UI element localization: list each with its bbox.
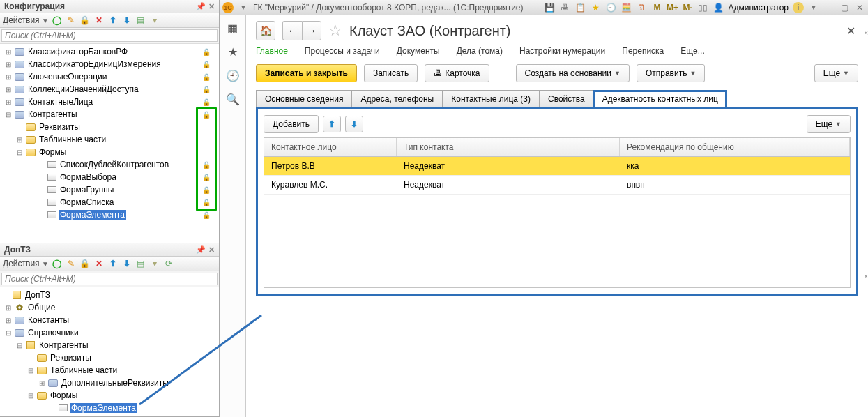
up-icon[interactable]: ⬆ xyxy=(107,258,119,269)
tree-root[interactable]: ДопТЗ xyxy=(24,290,52,300)
config-search[interactable] xyxy=(1,29,218,42)
tree-item[interactable]: Справочники xyxy=(26,328,80,338)
history-icon[interactable]: 🕘 xyxy=(226,68,240,82)
send-button[interactable]: Отправить▼ xyxy=(637,64,705,82)
calendar-icon[interactable]: 🗓 xyxy=(636,2,647,13)
refresh-icon[interactable]: ⟳ xyxy=(163,258,174,269)
subtab[interactable]: Свойства xyxy=(539,90,594,107)
apps-icon[interactable]: ▦ xyxy=(226,21,240,35)
tree-item[interactable]: Формы xyxy=(49,391,79,400)
tree-item[interactable]: ДополнительныеРеквизиты xyxy=(60,378,170,388)
tree-item[interactable]: Реквизиты xyxy=(49,353,93,363)
history-icon[interactable]: 🕘 xyxy=(605,2,616,13)
close-icon[interactable]: ✕ xyxy=(208,2,215,11)
add-icon[interactable]: ◯ xyxy=(52,15,63,26)
pin-icon[interactable]: 📌 xyxy=(196,245,206,255)
home-button[interactable]: 🏠 xyxy=(256,21,275,40)
down-icon[interactable]: ⬇ xyxy=(121,258,132,269)
close-tab-icon[interactable]: ✕ xyxy=(844,22,858,40)
tree-item[interactable]: Константы xyxy=(26,315,70,325)
add-button[interactable]: Добавить xyxy=(264,115,319,133)
lock-icon[interactable]: 🔒 xyxy=(79,258,91,269)
save-button[interactable]: Записать xyxy=(364,64,418,82)
star-icon[interactable]: ☆ xyxy=(328,22,342,40)
list-icon[interactable]: ▤ xyxy=(135,15,146,26)
tree-item[interactable]: Контрагенты xyxy=(38,340,90,350)
subtab[interactable]: Адреса, телефоны xyxy=(351,90,443,107)
delete-icon[interactable]: ✕ xyxy=(93,15,105,26)
list-icon[interactable]: ▤ xyxy=(135,258,146,269)
more-button[interactable]: Еще▼ xyxy=(814,64,858,82)
more-button-2[interactable]: Еще▼ xyxy=(807,115,851,133)
close-icon[interactable]: ✕ xyxy=(208,245,215,255)
save-icon[interactable]: 💾 xyxy=(544,2,555,13)
m-button[interactable]: M xyxy=(651,2,662,13)
lock-icon[interactable]: 🔒 xyxy=(79,15,91,26)
move-down-button[interactable]: ⬇ xyxy=(345,116,363,132)
add-icon[interactable]: ◯ xyxy=(52,258,63,269)
print-icon[interactable]: 🖶 xyxy=(559,2,570,13)
tree-item[interactable]: КлассификаторБанковРФ xyxy=(26,47,129,56)
tree-item[interactable]: Формы xyxy=(38,147,68,157)
tree-item[interactable]: Реквизиты xyxy=(38,122,82,132)
filter-icon[interactable]: ▾ xyxy=(149,15,160,26)
dropdown-icon[interactable]: ▼ xyxy=(808,2,819,13)
dropdown-icon[interactable]: ▼ xyxy=(238,2,249,13)
subtab[interactable]: Основные сведения xyxy=(256,90,352,107)
m-plus-button[interactable]: M+ xyxy=(667,2,678,13)
grid-row[interactable]: Куравлев М.С. Неадекват впвп xyxy=(264,176,850,195)
maximize-icon[interactable]: ▢ xyxy=(839,2,850,13)
create-based-button[interactable]: Создать на основании▼ xyxy=(516,64,630,82)
actions-menu[interactable]: Действия ▼ xyxy=(3,15,49,25)
tree-item[interactable]: КлючевыеОперации xyxy=(26,72,108,82)
navtab[interactable]: Настройки нумерации xyxy=(519,46,605,56)
navtab-more[interactable]: Еще... xyxy=(680,46,704,56)
tree-item-selected[interactable]: ФормаЭлемента xyxy=(70,403,137,413)
navtab[interactable]: Дела (тома) xyxy=(457,46,503,56)
tree-item[interactable]: ФормаВыбора xyxy=(59,172,118,182)
tree-item[interactable]: КоллекцииЗначенийДоступа xyxy=(26,84,140,94)
card-button[interactable]: 🖶Карточка xyxy=(425,64,489,82)
navtab[interactable]: Документы xyxy=(397,46,440,56)
grid-row-selected[interactable]: Петров В.В Неадекват кка xyxy=(264,157,850,176)
tree-item-selected[interactable]: ФормаЭлемента xyxy=(59,210,126,220)
back-button[interactable]: ← xyxy=(282,21,302,40)
move-up-button[interactable]: ⬆ xyxy=(323,116,341,132)
col-recommend[interactable]: Рекомендация по общению xyxy=(620,138,850,156)
subtab[interactable]: Контактные лица (3) xyxy=(442,90,540,107)
pin-icon[interactable]: 📌 xyxy=(196,2,206,11)
up-icon[interactable]: ⬆ xyxy=(107,15,119,26)
tree-item[interactable]: Общие xyxy=(26,303,56,312)
star-icon[interactable]: ★ xyxy=(590,2,601,13)
actions-menu[interactable]: Действия ▼ xyxy=(3,259,49,268)
navtab[interactable]: Процессы и задачи xyxy=(305,46,380,56)
col-type[interactable]: Тип контакта xyxy=(397,138,620,156)
tree-item[interactable]: ФормаГруппы xyxy=(59,185,115,195)
col-contact[interactable]: Контактное лицо xyxy=(264,138,397,156)
edit-icon[interactable]: ✎ xyxy=(66,258,77,269)
minimize-icon[interactable]: — xyxy=(823,2,835,13)
subtab-active[interactable]: Адекватность контактных лиц xyxy=(593,90,727,107)
tree-item[interactable]: КлассификаторЕдиницИзмерения xyxy=(26,59,162,69)
info-icon[interactable]: i xyxy=(793,2,804,13)
navtab[interactable]: Переписка xyxy=(622,46,664,56)
tree-item[interactable]: Табличные части xyxy=(49,365,119,375)
filter-icon[interactable]: ▾ xyxy=(149,258,160,269)
tree-item[interactable]: ФормаСписка xyxy=(59,197,115,207)
tree-item[interactable]: КонтактныеЛица xyxy=(26,97,94,107)
save-close-button[interactable]: Записать и закрыть xyxy=(256,64,357,82)
close-icon[interactable]: ✕ xyxy=(854,2,865,13)
edit-icon[interactable]: ✎ xyxy=(66,15,77,26)
favorite-icon[interactable]: ★ xyxy=(226,45,240,59)
doptz-search[interactable] xyxy=(1,273,218,285)
delete-icon[interactable]: ✕ xyxy=(93,258,105,269)
down-icon[interactable]: ⬇ xyxy=(121,15,132,26)
windows-icon[interactable]: ▯▯ xyxy=(697,2,708,13)
calc-icon[interactable]: 🧮 xyxy=(620,2,632,13)
navtab-main[interactable]: Главное xyxy=(256,46,288,56)
tree-item[interactable]: Табличные части xyxy=(38,135,107,144)
search-icon[interactable]: 🔍 xyxy=(226,92,240,106)
doc-icon[interactable]: 📋 xyxy=(574,2,586,13)
tree-item[interactable]: СписокДублейКонтрагентов xyxy=(59,160,170,169)
tree-item[interactable]: Контрагенты xyxy=(26,109,79,119)
